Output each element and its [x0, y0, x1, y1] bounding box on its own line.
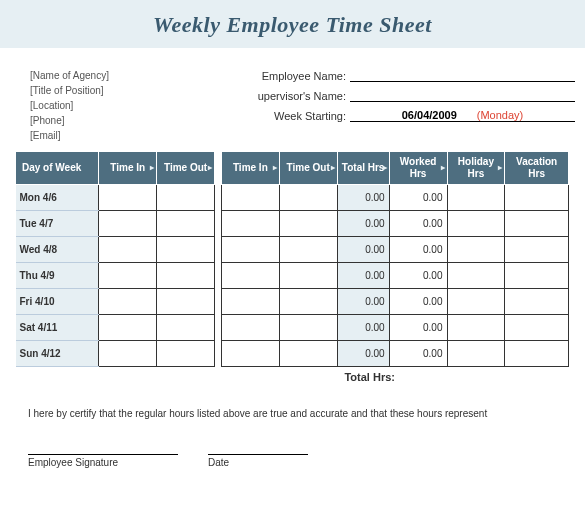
time-in-1-cell[interactable]	[99, 185, 157, 211]
time-in-1-cell[interactable]	[99, 263, 157, 289]
vacation-hrs-cell[interactable]	[505, 263, 569, 289]
gap-cell	[214, 341, 221, 367]
day-cell: Sat 4/11	[16, 315, 99, 341]
supervisor-name-input[interactable]	[350, 88, 575, 102]
th-day: Day of Week	[16, 152, 99, 185]
vacation-hrs-cell[interactable]	[505, 185, 569, 211]
th-time-in-1: Time In▸	[99, 152, 157, 185]
time-in-2-cell[interactable]	[221, 341, 279, 367]
worked-hrs-cell: 0.00	[389, 237, 447, 263]
holiday-hrs-cell[interactable]	[447, 315, 505, 341]
vacation-hrs-cell[interactable]	[505, 211, 569, 237]
agency-position: [Title of Position]	[30, 83, 210, 98]
time-out-1-cell[interactable]	[157, 263, 215, 289]
total-hrs-cell: 0.00	[337, 211, 389, 237]
form-block: Employee Name: upervisor's Name: Week St…	[230, 68, 575, 143]
employee-signature-label: Employee Signature	[28, 457, 178, 468]
total-hrs-cell: 0.00	[337, 289, 389, 315]
time-out-1-cell[interactable]	[157, 315, 215, 341]
time-out-2-cell[interactable]	[279, 289, 337, 315]
week-starting-input[interactable]: 06/04/2009 (Monday)	[350, 108, 575, 122]
day-cell: Tue 4/7	[16, 211, 99, 237]
week-starting-value: 06/04/2009	[402, 109, 457, 121]
time-in-1-cell[interactable]	[99, 289, 157, 315]
sort-arrow-icon: ▸	[441, 163, 445, 173]
table-row: Thu 4/90.000.00	[16, 263, 569, 289]
time-in-1-cell[interactable]	[99, 341, 157, 367]
gap-cell	[214, 289, 221, 315]
gap-cell	[214, 211, 221, 237]
sort-arrow-icon: ▸	[273, 163, 277, 173]
time-in-1-cell[interactable]	[99, 315, 157, 341]
agency-phone: [Phone]	[30, 113, 210, 128]
title-bar: Weekly Employee Time Sheet	[0, 0, 585, 48]
total-hrs-cell: 0.00	[337, 341, 389, 367]
worked-hrs-cell: 0.00	[389, 289, 447, 315]
time-in-1-cell[interactable]	[99, 237, 157, 263]
table-row: Sun 4/120.000.00	[16, 341, 569, 367]
day-cell: Mon 4/6	[16, 185, 99, 211]
total-hrs-cell: 0.00	[337, 315, 389, 341]
time-in-2-cell[interactable]	[221, 185, 279, 211]
time-in-2-cell[interactable]	[221, 263, 279, 289]
agency-block: [Name of Agency] [Title of Position] [Lo…	[30, 68, 210, 143]
vacation-hrs-cell[interactable]	[505, 341, 569, 367]
signature-date-line[interactable]	[208, 454, 308, 455]
time-in-2-cell[interactable]	[221, 211, 279, 237]
sort-arrow-icon: ▸	[498, 163, 502, 173]
worked-hrs-cell: 0.00	[389, 263, 447, 289]
worked-hrs-cell: 0.00	[389, 341, 447, 367]
sort-arrow-icon: ▸	[150, 163, 154, 173]
sort-arrow-icon: ▸	[331, 163, 335, 173]
sort-arrow-icon: ▸	[208, 163, 212, 173]
holiday-hrs-cell[interactable]	[447, 263, 505, 289]
agency-email: [Email]	[30, 128, 210, 143]
agency-name: [Name of Agency]	[30, 68, 210, 83]
time-out-2-cell[interactable]	[279, 185, 337, 211]
total-hrs-cell: 0.00	[337, 263, 389, 289]
signature-date-label: Date	[208, 457, 308, 468]
employee-name-label: Employee Name:	[230, 70, 350, 82]
worked-hrs-cell: 0.00	[389, 185, 447, 211]
time-in-2-cell[interactable]	[221, 237, 279, 263]
vacation-hrs-cell[interactable]	[505, 315, 569, 341]
time-in-2-cell[interactable]	[221, 289, 279, 315]
time-out-2-cell[interactable]	[279, 341, 337, 367]
th-holiday-hrs: Holiday Hrs▸	[447, 152, 505, 185]
week-starting-day: (Monday)	[477, 109, 523, 121]
th-time-out-2: Time Out▸	[279, 152, 337, 185]
employee-signature-line[interactable]	[28, 454, 178, 455]
th-total-hrs: Total Hrs▸	[337, 152, 389, 185]
holiday-hrs-cell[interactable]	[447, 341, 505, 367]
week-starting-label: Week Starting:	[230, 110, 350, 122]
table-row: Fri 4/100.000.00	[16, 289, 569, 315]
worked-hrs-cell: 0.00	[389, 315, 447, 341]
time-out-1-cell[interactable]	[157, 185, 215, 211]
time-out-1-cell[interactable]	[157, 237, 215, 263]
time-out-1-cell[interactable]	[157, 289, 215, 315]
time-in-1-cell[interactable]	[99, 211, 157, 237]
vacation-hrs-cell[interactable]	[505, 289, 569, 315]
time-out-2-cell[interactable]	[279, 315, 337, 341]
agency-location: [Location]	[30, 98, 210, 113]
gap-cell	[214, 237, 221, 263]
th-worked-hrs: Worked Hrs▸	[389, 152, 447, 185]
certification-text: I here by certify that the regular hours…	[0, 383, 585, 419]
time-out-1-cell[interactable]	[157, 341, 215, 367]
time-out-2-cell[interactable]	[279, 211, 337, 237]
time-in-2-cell[interactable]	[221, 315, 279, 341]
day-cell: Fri 4/10	[16, 289, 99, 315]
time-out-2-cell[interactable]	[279, 263, 337, 289]
holiday-hrs-cell[interactable]	[447, 211, 505, 237]
holiday-hrs-cell[interactable]	[447, 185, 505, 211]
time-out-2-cell[interactable]	[279, 237, 337, 263]
vacation-hrs-cell[interactable]	[505, 237, 569, 263]
time-out-1-cell[interactable]	[157, 211, 215, 237]
holiday-hrs-cell[interactable]	[447, 237, 505, 263]
employee-name-input[interactable]	[350, 68, 575, 82]
worked-hrs-cell: 0.00	[389, 211, 447, 237]
day-cell: Wed 4/8	[16, 237, 99, 263]
gap-cell	[214, 315, 221, 341]
holiday-hrs-cell[interactable]	[447, 289, 505, 315]
th-vacation-hrs: Vacation Hrs	[505, 152, 569, 185]
